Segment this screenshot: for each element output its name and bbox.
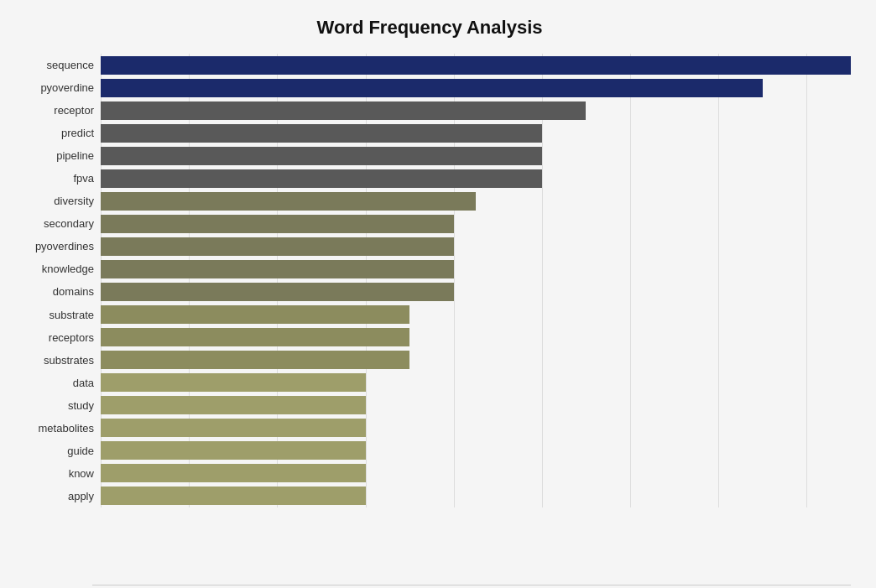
bar-row bbox=[101, 417, 851, 440]
bar bbox=[101, 396, 366, 414]
x-axis: 0246810121416 Frequency bbox=[92, 585, 851, 588]
y-label: diversity bbox=[54, 195, 94, 206]
bar bbox=[101, 101, 586, 120]
bar-row bbox=[101, 372, 851, 394]
bar bbox=[101, 283, 454, 301]
y-label: domains bbox=[53, 286, 94, 297]
bar bbox=[101, 192, 476, 211]
bar-row bbox=[101, 258, 851, 280]
y-label: data bbox=[73, 377, 94, 388]
y-label: substrates bbox=[44, 355, 94, 366]
bar bbox=[101, 79, 763, 97]
bar bbox=[101, 237, 454, 256]
y-label: receptors bbox=[49, 332, 94, 343]
bar-row bbox=[101, 54, 851, 76]
y-label: apply bbox=[68, 491, 94, 502]
bar-row bbox=[101, 144, 851, 167]
bar bbox=[101, 169, 542, 188]
y-label: predict bbox=[61, 127, 94, 138]
y-label: pipeline bbox=[56, 150, 94, 161]
bar bbox=[101, 328, 409, 346]
bar-row bbox=[101, 485, 851, 507]
bar bbox=[101, 124, 542, 143]
chart-area: sequencepyoverdinereceptorpredictpipelin… bbox=[8, 54, 851, 507]
y-label: receptor bbox=[54, 105, 94, 116]
bar-row bbox=[101, 212, 851, 235]
y-label: substrate bbox=[50, 310, 94, 320]
y-label: knowledge bbox=[42, 263, 94, 274]
bar bbox=[101, 441, 366, 460]
y-label: guide bbox=[67, 445, 94, 456]
bar-row bbox=[101, 235, 851, 258]
y-label: fpva bbox=[73, 173, 94, 184]
bar bbox=[101, 215, 454, 233]
bar bbox=[101, 147, 542, 165]
bar-row bbox=[101, 280, 851, 303]
bar bbox=[101, 56, 851, 75]
bar bbox=[101, 351, 409, 369]
y-label: secondary bbox=[44, 218, 94, 229]
chart-title: Word Frequency Analysis bbox=[8, 17, 851, 39]
bar-row bbox=[101, 122, 851, 144]
bar bbox=[101, 260, 454, 278]
bar-row bbox=[101, 167, 851, 190]
bar-row bbox=[101, 326, 851, 349]
chart-container: Word Frequency Analysis sequencepyoverdi… bbox=[0, 0, 876, 588]
bar-row bbox=[101, 349, 851, 372]
bar bbox=[101, 373, 366, 392]
y-label: pyoverdines bbox=[35, 241, 94, 252]
bar bbox=[101, 487, 366, 505]
y-label: metabolites bbox=[39, 423, 94, 434]
y-labels: sequencepyoverdinereceptorpredictpipelin… bbox=[8, 54, 101, 507]
bar-row bbox=[101, 76, 851, 99]
y-label: study bbox=[68, 400, 94, 411]
y-label: know bbox=[69, 468, 94, 479]
bar-row bbox=[101, 190, 851, 212]
bar bbox=[101, 305, 409, 324]
y-label: pyoverdine bbox=[40, 82, 94, 93]
bar bbox=[101, 419, 366, 437]
bar bbox=[101, 464, 366, 482]
y-label: sequence bbox=[47, 60, 94, 70]
bar-row bbox=[101, 440, 851, 462]
bar-row bbox=[101, 304, 851, 326]
bar-row bbox=[101, 99, 851, 122]
bar-row bbox=[101, 394, 851, 417]
bar-row bbox=[101, 462, 851, 485]
bars-and-grid bbox=[101, 54, 851, 507]
